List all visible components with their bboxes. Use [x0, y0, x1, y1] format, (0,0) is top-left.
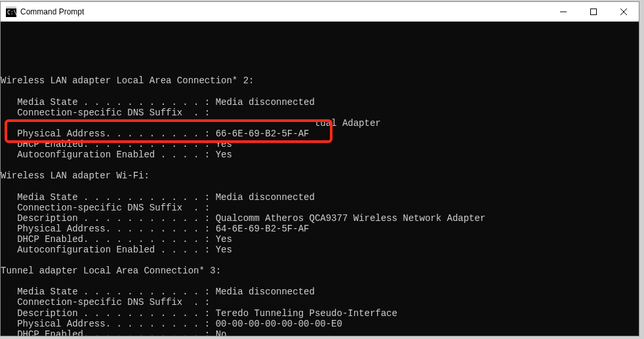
output-line: DHCP Enabled. . . . . . . . . . . : No	[1, 329, 639, 336]
blank-line	[1, 276, 639, 287]
svg-text:C:\: C:\	[7, 10, 16, 16]
window-title: Command Prompt	[20, 7, 84, 16]
terminal-content: Wireless LAN adapter Local Area Connecti…	[1, 44, 639, 336]
output-line: Connection-specific DNS Suffix . :	[1, 108, 639, 118]
command-prompt-icon: C:\	[6, 7, 16, 17]
adapter-header: Wireless LAN adapter Wi-Fi:	[1, 170, 639, 181]
window-controls	[548, 2, 639, 21]
output-line: Media State . . . . . . . . . . . : Medi…	[1, 287, 639, 297]
output-line: Physical Address. . . . . . . . . : 64-6…	[1, 224, 639, 234]
output-line: Connection-specific DNS Suffix . :	[1, 297, 639, 308]
svg-rect-4	[591, 9, 597, 14]
output-line: Media State . . . . . . . . . . . : Medi…	[1, 192, 639, 203]
output-line: Description . . . . . . . . . . . : Qual…	[1, 213, 639, 224]
maximize-button[interactable]	[578, 2, 609, 21]
output-line: Media State . . . . . . . . . . . : Medi…	[1, 97, 639, 108]
blank-line	[1, 255, 639, 266]
terminal-viewport[interactable]: Wireless LAN adapter Local Area Connecti…	[1, 22, 639, 336]
output-line: Physical Address. . . . . . . . . : 00-0…	[1, 319, 639, 329]
output-line: DHCP Enabled. . . . . . . . . . . : Yes	[1, 234, 639, 245]
blank-line	[1, 181, 639, 191]
adapter-header: Wireless LAN adapter Local Area Connecti…	[1, 75, 639, 86]
minimize-button[interactable]	[548, 2, 578, 21]
blank-line	[1, 160, 639, 170]
close-button[interactable]	[609, 2, 639, 21]
svg-rect-1	[6, 7, 16, 9]
titlebar[interactable]: C:\ Command Prompt	[1, 2, 639, 22]
output-line: Description . . . . . . . . . . . : Tere…	[1, 308, 639, 319]
output-line: Autoconfiguration Enabled . . . . : Yes	[1, 150, 639, 160]
adapter-header: Tunnel adapter Local Area Connection* 3:	[1, 266, 639, 276]
output-line: Physical Address. . . . . . . . . : 66-6…	[1, 129, 639, 139]
output-line: tual Adapter	[1, 118, 639, 129]
command-prompt-window: C:\ Command Prompt Wireless LAN adapter …	[0, 1, 639, 336]
output-line: Autoconfiguration Enabled . . . . : Yes	[1, 245, 639, 255]
output-line: Connection-specific DNS Suffix . :	[1, 203, 639, 213]
blank-line	[1, 87, 639, 97]
output-line: DHCP Enabled. . . . . . . . . . . : Yes	[1, 139, 639, 150]
